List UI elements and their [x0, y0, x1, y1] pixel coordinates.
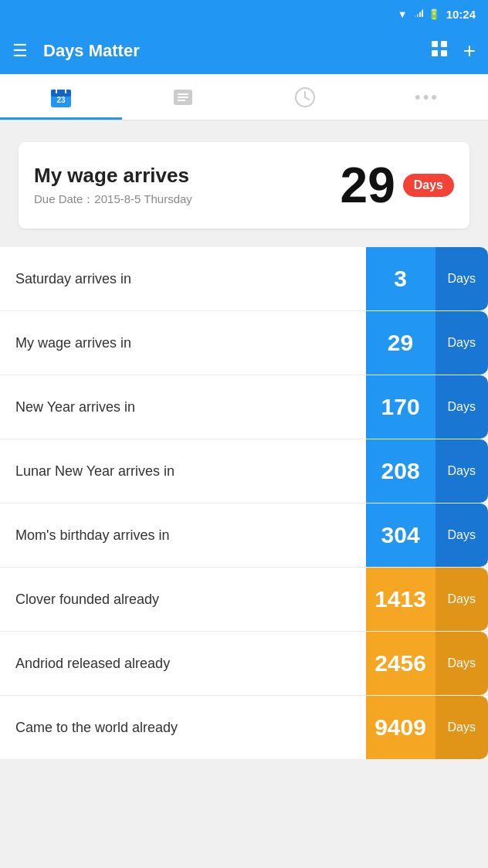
- svg-rect-4: [432, 41, 438, 47]
- svg-text:23: 23: [56, 96, 66, 104]
- card-count: 29 Days: [341, 161, 454, 210]
- item-label: Clover founded already: [0, 592, 366, 608]
- svg-marker-0: [422, 9, 423, 17]
- item-number: 170: [366, 375, 435, 439]
- item-badge: 304 Days: [366, 504, 488, 567]
- item-badge: 2456 Days: [366, 632, 488, 695]
- more-dots-icon: •••: [415, 87, 439, 107]
- signal-icon: [412, 8, 423, 21]
- wifi-icon: ▼: [398, 8, 408, 20]
- featured-card[interactable]: My wage arrives Due Date：2015-8-5 Thursd…: [19, 142, 469, 229]
- tab-more[interactable]: •••: [366, 74, 488, 120]
- battery-icon: 🔋: [428, 8, 440, 20]
- item-days: Days: [435, 247, 488, 310]
- item-days: Days: [435, 439, 488, 503]
- grid-icon[interactable]: [431, 40, 448, 62]
- card-number: 29: [341, 161, 395, 210]
- svg-marker-2: [417, 14, 419, 17]
- item-label: Mom's birthday arrives in: [0, 527, 366, 544]
- item-badge: 1413 Days: [366, 568, 488, 631]
- svg-rect-5: [441, 41, 447, 47]
- item-label: My wage arrives in: [0, 335, 366, 351]
- item-label: Saturday arrives in: [0, 271, 366, 287]
- svg-marker-3: [415, 15, 416, 17]
- featured-section: My wage arrives Due Date：2015-8-5 Thursd…: [0, 120, 488, 247]
- status-icons: ▼ 🔋: [398, 8, 440, 21]
- status-time: 10:24: [446, 8, 476, 21]
- item-days: Days: [435, 311, 488, 375]
- svg-line-22: [305, 97, 309, 100]
- item-number: 29: [366, 311, 435, 375]
- item-number: 2456: [366, 632, 435, 695]
- item-label: Andriod released already: [0, 656, 366, 672]
- add-icon[interactable]: +: [463, 39, 476, 63]
- item-days: Days: [435, 504, 488, 567]
- calendar-icon: 23: [49, 86, 73, 109]
- card-info: My wage arrives Due Date：2015-8-5 Thursd…: [34, 164, 192, 207]
- card-subtitle: Due Date：2015-8-5 Thursday: [34, 192, 192, 207]
- item-label: Lunar New Year arrives in: [0, 463, 366, 480]
- list-item[interactable]: Saturday arrives in 3 Days: [0, 247, 488, 311]
- list-item[interactable]: Andriod released already 2456 Days: [0, 632, 488, 696]
- card-title: My wage arrives: [34, 164, 192, 188]
- list-item[interactable]: Clover founded already 1413 Days: [0, 568, 488, 632]
- status-bar: ▼ 🔋 10:24: [0, 0, 488, 28]
- list-item[interactable]: Lunar New Year arrives in 208 Days: [0, 439, 488, 504]
- list-item[interactable]: My wage arrives in 29 Days: [0, 311, 488, 375]
- app-bar: ☰ Days Matter +: [0, 28, 488, 74]
- item-label: New Year arrives in: [0, 399, 366, 415]
- list-item[interactable]: Mom's birthday arrives in 304 Days: [0, 504, 488, 568]
- item-days: Days: [435, 375, 488, 439]
- list-item[interactable]: Came to the world already 9409 Days: [0, 696, 488, 759]
- item-number: 208: [366, 439, 435, 503]
- item-days: Days: [435, 568, 488, 631]
- svg-marker-1: [419, 12, 421, 17]
- item-badge: 29 Days: [366, 311, 488, 375]
- tab-calendar[interactable]: 23: [0, 74, 122, 120]
- list-icon: [172, 86, 194, 108]
- item-number: 304: [366, 504, 435, 567]
- events-list: Saturday arrives in 3 Days My wage arriv…: [0, 247, 488, 759]
- item-days: Days: [435, 632, 488, 695]
- item-badge: 170 Days: [366, 375, 488, 439]
- clock-icon: [294, 86, 316, 108]
- svg-rect-6: [432, 50, 438, 56]
- item-badge: 208 Days: [366, 439, 488, 503]
- card-badge: Days: [403, 174, 454, 197]
- item-badge: 3 Days: [366, 247, 488, 310]
- list-item[interactable]: New Year arrives in 170 Days: [0, 375, 488, 439]
- item-days: Days: [435, 696, 488, 759]
- menu-icon[interactable]: ☰: [12, 41, 28, 61]
- app-title: Days Matter: [43, 41, 431, 61]
- app-actions: +: [431, 39, 476, 63]
- item-label: Came to the world already: [0, 720, 366, 736]
- item-number: 9409: [366, 696, 435, 759]
- tab-list[interactable]: [122, 74, 244, 120]
- svg-rect-7: [441, 50, 447, 56]
- item-badge: 9409 Days: [366, 696, 488, 759]
- tab-bar: 23 •••: [0, 74, 488, 120]
- tab-clock[interactable]: [244, 74, 366, 120]
- item-number: 3: [366, 247, 435, 310]
- item-number: 1413: [366, 568, 435, 631]
